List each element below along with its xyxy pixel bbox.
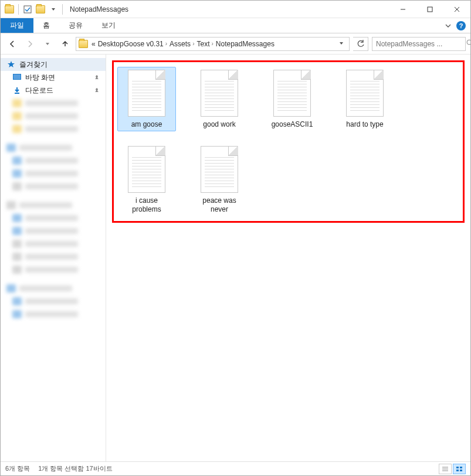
- up-button[interactable]: [58, 37, 72, 51]
- text-file-icon: [201, 70, 238, 117]
- status-item-count: 6개 항목: [5, 464, 30, 473]
- svg-rect-2: [428, 7, 432, 12]
- breadcrumb-item[interactable]: DesktopGoose v0.31›: [98, 40, 167, 48]
- tab-view[interactable]: 보기: [92, 18, 125, 33]
- sidebar-item-blurred[interactable]: [1, 123, 106, 135]
- text-file-icon: [273, 70, 311, 117]
- file-item[interactable]: peace was never: [190, 143, 249, 216]
- file-item[interactable]: good work: [190, 67, 249, 131]
- search-icon[interactable]: [466, 39, 471, 48]
- view-details-button[interactable]: [439, 464, 452, 474]
- window-controls: [389, 1, 470, 18]
- sidebar-label: 다운로드: [25, 86, 53, 96]
- file-item[interactable]: hard to type: [336, 67, 394, 131]
- minimize-button[interactable]: [389, 1, 416, 18]
- title-bar: NotepadMessages: [1, 1, 470, 18]
- back-button[interactable]: [5, 37, 19, 51]
- sidebar-item-blurred[interactable]: [1, 167, 106, 180]
- sidebar-group-blurred[interactable]: [1, 199, 106, 212]
- navigation-pane[interactable]: 즐겨찾기 바탕 화면 다운로드: [1, 55, 106, 461]
- sidebar-label: 즐겨찾기: [19, 60, 48, 70]
- recent-dropdown-icon[interactable]: [40, 37, 55, 51]
- qat-dropdown-icon[interactable]: [48, 4, 59, 15]
- file-item[interactable]: am goose: [117, 67, 176, 131]
- forward-button[interactable]: [23, 37, 37, 51]
- ribbon-expand-icon[interactable]: [445, 22, 452, 29]
- sidebar-quick-access[interactable]: 즐겨찾기: [1, 58, 106, 71]
- separator: [18, 4, 19, 15]
- svg-rect-13: [456, 467, 459, 468]
- annotation-highlight: am goosegood workgooseASCII1hard to type…: [112, 60, 465, 223]
- star-icon: [6, 60, 16, 69]
- search-box[interactable]: [372, 37, 466, 51]
- pin-icon: [94, 87, 100, 93]
- sidebar-label: 바탕 화면: [25, 73, 55, 83]
- tab-home[interactable]: 홈: [33, 18, 59, 33]
- file-label: hard to type: [338, 120, 391, 128]
- view-icons-button[interactable]: [453, 464, 466, 474]
- close-button[interactable]: [443, 1, 470, 18]
- chevron-right-icon: ›: [165, 40, 167, 47]
- properties-icon[interactable]: [22, 4, 33, 15]
- svg-rect-0: [24, 6, 31, 13]
- text-file-icon: [128, 70, 165, 117]
- sidebar-item-blurred[interactable]: [1, 212, 106, 225]
- folder-icon-small[interactable]: [35, 4, 46, 15]
- file-item[interactable]: gooseASCII1: [263, 67, 321, 131]
- sidebar-item-blurred[interactable]: [1, 225, 106, 237]
- breadcrumb-item[interactable]: Assets›: [170, 40, 194, 48]
- pin-icon: [94, 74, 100, 80]
- breadcrumb-item[interactable]: Text›: [196, 40, 213, 48]
- sidebar-item-blurred[interactable]: [1, 308, 106, 321]
- breadcrumb: « DesktopGoose v0.31› Assets› Text› Note…: [92, 40, 275, 48]
- file-label: good work: [193, 120, 246, 128]
- sidebar-item-blurred[interactable]: [1, 250, 106, 263]
- file-item[interactable]: i cause problems: [117, 143, 176, 216]
- sidebar-item-downloads[interactable]: 다운로드: [1, 84, 106, 97]
- svg-point-5: [467, 40, 471, 45]
- text-file-icon: [201, 146, 238, 193]
- text-file-icon: [128, 146, 165, 193]
- status-selection: 1개 항목 선택함 17바이트: [38, 464, 113, 473]
- breadcrumb-item[interactable]: NotepadMessages: [216, 40, 275, 48]
- chevron-right-icon: ›: [211, 40, 213, 47]
- sidebar-item-blurred[interactable]: [1, 110, 106, 123]
- sidebar-item-blurred[interactable]: [1, 295, 106, 308]
- sidebar-item-blurred[interactable]: [1, 263, 106, 276]
- sidebar-item-blurred[interactable]: [1, 154, 106, 167]
- text-file-icon: [346, 70, 384, 117]
- sidebar-item-blurred[interactable]: [1, 97, 106, 110]
- svg-rect-8: [13, 74, 21, 79]
- file-label: gooseASCII1: [266, 120, 318, 128]
- maximize-button[interactable]: [416, 1, 443, 18]
- chevron-right-icon: ›: [192, 40, 194, 47]
- ribbon-tabs: 파일 홈 공유 보기 ?: [1, 18, 470, 33]
- file-list-pane[interactable]: am goosegood workgooseASCII1hard to type…: [106, 55, 470, 461]
- window-title: NotepadMessages: [70, 5, 128, 13]
- download-icon: [12, 86, 22, 95]
- search-input[interactable]: [376, 40, 464, 48]
- desktop-icon: [12, 73, 22, 82]
- svg-rect-15: [456, 470, 459, 471]
- svg-rect-14: [460, 467, 462, 468]
- refresh-button[interactable]: [353, 37, 368, 51]
- folder-icon: [79, 39, 88, 49]
- help-icon[interactable]: ?: [456, 21, 466, 30]
- sidebar-item-desktop[interactable]: 바탕 화면: [1, 71, 106, 84]
- address-bar[interactable]: « DesktopGoose v0.31› Assets› Text› Note…: [76, 37, 350, 51]
- sidebar-group-blurred[interactable]: [1, 141, 106, 154]
- explorer-body: 즐겨찾기 바탕 화면 다운로드: [1, 55, 470, 461]
- tab-file[interactable]: 파일: [1, 18, 33, 33]
- file-label: am goose: [120, 120, 173, 128]
- folder-icon: [4, 4, 15, 15]
- tab-share[interactable]: 공유: [59, 18, 92, 33]
- quick-access-toolbar: [1, 4, 64, 15]
- file-label: peace was never: [193, 196, 246, 213]
- svg-rect-16: [460, 470, 462, 471]
- address-dropdown-icon[interactable]: [336, 40, 347, 48]
- sidebar-item-blurred[interactable]: [1, 180, 106, 193]
- status-bar: 6개 항목 1개 항목 선택함 17바이트: [1, 461, 470, 475]
- separator: [62, 4, 63, 15]
- sidebar-item-blurred[interactable]: [1, 237, 106, 250]
- sidebar-group-blurred[interactable]: [1, 282, 106, 295]
